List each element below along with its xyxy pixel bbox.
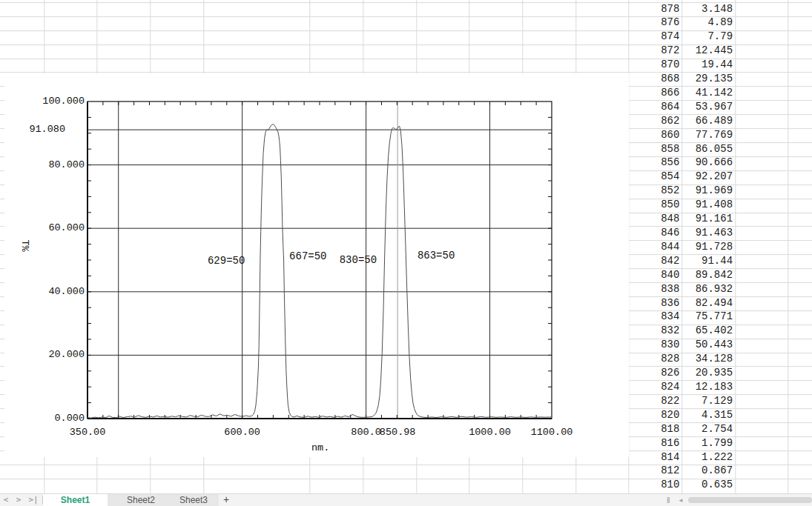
next-sheet-icon[interactable]: > — [13, 494, 24, 506]
transmission-curve — [88, 124, 552, 418]
x-tick-label: 350.00 — [56, 427, 119, 438]
wavelength-cell[interactable]: 820 — [629, 408, 682, 422]
transmission-cell[interactable]: 91.44 — [681, 254, 735, 268]
transmission-cell[interactable]: 90.666 — [681, 156, 735, 170]
transmission-cell[interactable]: 4.89 — [681, 16, 735, 30]
transmission-cell[interactable]: 1.222 — [681, 450, 735, 465]
wavelength-cell[interactable]: 864 — [629, 100, 682, 114]
wavelength-cell[interactable]: 874 — [629, 30, 682, 44]
transmission-cell[interactable]: 86.932 — [681, 282, 735, 296]
wavelength-cell[interactable]: 838 — [629, 282, 682, 296]
wavelength-cell[interactable]: 832 — [629, 324, 682, 338]
transmission-cell[interactable]: 77.769 — [681, 128, 735, 142]
wavelength-cell[interactable]: 844 — [629, 240, 682, 254]
transmission-cell[interactable]: 0.867 — [681, 464, 735, 478]
transmission-cell[interactable]: 53.967 — [681, 100, 735, 114]
wavelength-cell[interactable]: 818 — [629, 422, 682, 436]
transmission-cell[interactable]: 66.489 — [681, 114, 735, 128]
x-tick-label: 1100.00 — [521, 427, 583, 438]
wavelength-cell[interactable]: 842 — [629, 254, 682, 268]
wavelength-cell[interactable]: 856 — [629, 156, 682, 170]
sheet-tab-sheet3[interactable]: Sheet3 — [165, 494, 222, 506]
transmission-cell[interactable]: 91.463 — [681, 226, 735, 240]
transmission-cell[interactable]: 7.129 — [681, 394, 735, 408]
bandwidth-annotation: 629=50 — [208, 255, 245, 267]
wavelength-cell[interactable]: 810 — [629, 478, 682, 492]
transmission-cell[interactable]: 65.402 — [681, 324, 735, 338]
previous-sheet-icon[interactable]: < — [0, 494, 12, 506]
wavelength-cell[interactable]: 846 — [629, 226, 682, 240]
y-tick-label: 91.080 — [13, 124, 65, 135]
wavelength-cell[interactable]: 828 — [629, 352, 682, 366]
wavelength-cell[interactable]: 814 — [629, 450, 682, 465]
x-tick-label: 1000.00 — [459, 427, 521, 438]
transmission-cell[interactable]: 19.44 — [681, 58, 735, 72]
wavelength-cell[interactable]: 870 — [629, 58, 682, 72]
y-tick-label: 60.000 — [33, 222, 85, 233]
transmission-cell[interactable]: 20.935 — [681, 366, 735, 380]
tab-splitter-handle[interactable]: ‖ — [667, 495, 670, 505]
transmission-cell[interactable]: 91.728 — [681, 240, 735, 254]
wavelength-cell[interactable]: 866 — [629, 86, 682, 100]
sheet-tab-bar: < > >| Sheet1Sheet2Sheet3 + ‖ ◄ — [0, 493, 812, 506]
wavelength-cell[interactable]: 854 — [629, 170, 682, 184]
wavelength-cell[interactable]: 826 — [629, 366, 682, 380]
wavelength-cell[interactable]: 852 — [629, 184, 682, 198]
wavelength-cell[interactable]: 822 — [629, 394, 682, 408]
transmission-cell[interactable]: 0.635 — [681, 478, 735, 492]
wavelength-cell[interactable]: 858 — [629, 142, 682, 156]
transmission-cell[interactable]: 3.148 — [681, 2, 735, 16]
wavelength-cell[interactable]: 840 — [629, 268, 682, 282]
bandwidth-annotation: 667=50 — [289, 250, 326, 262]
bandwidth-annotation: 830=50 — [340, 254, 377, 266]
transmission-cell[interactable]: 82.494 — [681, 296, 735, 310]
last-sheet-icon[interactable]: >| — [26, 494, 41, 506]
transmission-chart-object[interactable]: 350.00600.00800.0850.981000.001100.000.0… — [4, 73, 629, 457]
transmission-cell[interactable]: 75.771 — [681, 310, 735, 324]
transmission-cell[interactable]: 89.842 — [681, 268, 735, 282]
transmission-cell[interactable]: 91.969 — [681, 184, 735, 198]
wavelength-cell[interactable]: 830 — [629, 338, 682, 352]
wavelength-cell[interactable]: 824 — [629, 380, 682, 394]
transmission-cell[interactable]: 12.183 — [681, 380, 735, 394]
transmission-cell[interactable]: 41.142 — [681, 86, 735, 100]
wavelength-cell[interactable]: 862 — [629, 114, 682, 128]
transmission-cell[interactable]: 2.754 — [681, 422, 735, 436]
x-tick-label: 850.98 — [366, 427, 429, 438]
x-axis-title: nm. — [311, 442, 329, 453]
chart-plot-svg — [4, 73, 629, 457]
transmission-cell[interactable]: 4.315 — [681, 408, 735, 422]
transmission-cell[interactable]: 1.799 — [681, 436, 735, 450]
wavelength-cell[interactable]: 834 — [629, 310, 682, 324]
wavelength-cell[interactable]: 812 — [629, 464, 682, 478]
bandwidth-annotation: 863=50 — [417, 250, 455, 262]
wavelength-cell[interactable]: 848 — [629, 212, 682, 226]
wavelength-cell[interactable]: 836 — [629, 296, 682, 310]
transmission-cell[interactable]: 7.79 — [681, 30, 735, 44]
wavelength-cell[interactable]: 878 — [629, 2, 682, 16]
transmission-cell[interactable]: 91.408 — [681, 198, 735, 212]
sheet-tab-sheet2[interactable]: Sheet2 — [111, 494, 171, 506]
wavelength-cell[interactable]: 816 — [629, 436, 682, 450]
horizontal-scrollbar-thumb[interactable] — [688, 497, 812, 503]
y-tick-label: 0.000 — [33, 413, 85, 424]
y-tick-label: 20.000 — [33, 349, 85, 360]
transmission-cell[interactable]: 91.161 — [681, 212, 735, 226]
y-axis-title: T% — [19, 240, 30, 262]
transmission-cell[interactable]: 92.207 — [681, 170, 735, 184]
wavelength-cell[interactable]: 850 — [629, 198, 682, 212]
transmission-cell[interactable]: 29.135 — [681, 72, 735, 86]
wavelength-cell[interactable]: 876 — [629, 16, 682, 30]
wavelength-cell[interactable]: 860 — [629, 128, 682, 142]
add-sheet-button[interactable]: + — [219, 494, 233, 506]
transmission-cell[interactable]: 86.055 — [681, 142, 735, 156]
scroll-left-icon[interactable]: ◄ — [678, 497, 684, 504]
y-tick-label: 100.000 — [33, 96, 85, 107]
sheet-tab-sheet1[interactable]: Sheet1 — [43, 494, 108, 506]
transmission-cell[interactable]: 12.445 — [681, 44, 735, 58]
wavelength-cell[interactable]: 872 — [629, 44, 682, 58]
transmission-cell[interactable]: 50.443 — [681, 338, 735, 352]
wavelength-cell[interactable]: 868 — [629, 72, 682, 86]
transmission-cell[interactable]: 34.128 — [681, 352, 735, 366]
x-tick-label: 600.00 — [211, 427, 274, 438]
